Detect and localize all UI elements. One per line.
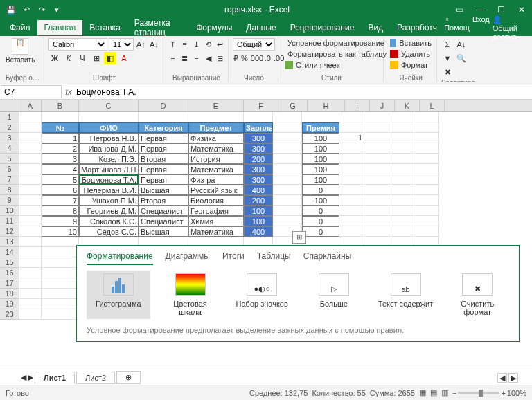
cell[interactable] bbox=[19, 154, 42, 164]
cell[interactable]: История bbox=[188, 154, 244, 164]
row-header[interactable]: 1 bbox=[0, 112, 19, 122]
cell[interactable] bbox=[19, 257, 42, 268]
cell[interactable] bbox=[339, 164, 364, 174]
zoom-level[interactable]: 100% bbox=[507, 389, 526, 397]
view-page-icon[interactable]: ▤ bbox=[430, 388, 437, 397]
col-i[interactable]: I bbox=[345, 100, 370, 111]
cell[interactable]: ФИО bbox=[79, 122, 139, 133]
tab-insert[interactable]: Вставка bbox=[82, 20, 127, 35]
cell[interactable] bbox=[339, 226, 364, 237]
cell[interactable]: 4 bbox=[42, 164, 79, 174]
row-header[interactable]: 14 bbox=[0, 247, 19, 257]
cell[interactable]: Петрова Н.В. bbox=[79, 133, 139, 143]
qa-opt-colorscale[interactable]: Цветовая шкала bbox=[159, 271, 222, 319]
cell[interactable] bbox=[19, 226, 42, 237]
row-header[interactable]: 4 bbox=[0, 143, 19, 154]
cell[interactable]: 1 bbox=[42, 133, 79, 143]
cell[interactable] bbox=[339, 206, 364, 216]
signin[interactable]: Вход bbox=[472, 15, 490, 41]
cell[interactable] bbox=[19, 268, 42, 278]
row-header[interactable]: 11 bbox=[0, 216, 19, 226]
cell[interactable] bbox=[273, 174, 302, 185]
sheet-nav-prev[interactable]: ◀ bbox=[21, 373, 26, 382]
sheet-tab-1[interactable]: Лист1 bbox=[35, 372, 75, 384]
cell[interactable] bbox=[414, 143, 439, 154]
cell[interactable] bbox=[273, 122, 302, 133]
col-a[interactable]: A bbox=[19, 100, 42, 111]
cell[interactable] bbox=[273, 143, 302, 154]
tab-review[interactable]: Рецензирование bbox=[283, 20, 362, 35]
cell[interactable] bbox=[42, 299, 79, 309]
cell[interactable]: Первая bbox=[139, 133, 188, 143]
cell[interactable]: 5 bbox=[42, 174, 79, 185]
borders-icon[interactable]: ⊞ bbox=[90, 52, 103, 64]
align-r-icon[interactable]: ≡ bbox=[191, 52, 202, 64]
cell[interactable] bbox=[364, 216, 389, 226]
cell[interactable] bbox=[364, 174, 389, 185]
cell[interactable] bbox=[389, 216, 414, 226]
cell[interactable] bbox=[19, 216, 42, 226]
cell[interactable]: Соколов К.С. bbox=[79, 216, 139, 226]
cell[interactable]: Зарплата bbox=[244, 122, 273, 133]
cell[interactable] bbox=[19, 133, 42, 143]
row-header[interactable]: 3 bbox=[0, 133, 19, 143]
cell[interactable]: 200 bbox=[244, 195, 273, 206]
cell[interactable] bbox=[302, 112, 339, 122]
cell[interactable] bbox=[364, 195, 389, 206]
col-k[interactable]: K bbox=[395, 100, 420, 111]
share-button[interactable]: 👤 Общий доступ bbox=[493, 15, 526, 41]
col-g[interactable]: G bbox=[278, 100, 308, 111]
col-l[interactable]: L bbox=[420, 100, 445, 111]
clear-icon[interactable]: ✖ bbox=[441, 66, 454, 78]
cell[interactable] bbox=[414, 174, 439, 185]
cell[interactable]: Ушаков П.М. bbox=[79, 195, 139, 206]
cell[interactable]: Высшая bbox=[139, 226, 188, 237]
col-d[interactable]: D bbox=[139, 100, 188, 111]
row-header[interactable]: 13 bbox=[0, 237, 19, 247]
cell[interactable] bbox=[273, 216, 302, 226]
cell[interactable] bbox=[364, 122, 389, 133]
cell[interactable] bbox=[389, 122, 414, 133]
cell[interactable] bbox=[414, 112, 439, 122]
row-header[interactable]: 16 bbox=[0, 268, 19, 278]
qa-tab-totals[interactable]: Итоги bbox=[222, 251, 245, 265]
cell[interactable] bbox=[19, 112, 42, 122]
qa-opt-databars[interactable]: Гистограмма bbox=[87, 271, 150, 319]
row-header[interactable]: 5 bbox=[0, 154, 19, 164]
cell[interactable]: Первая bbox=[139, 174, 188, 185]
save-icon[interactable]: 💾 bbox=[6, 4, 17, 15]
cell[interactable] bbox=[19, 195, 42, 206]
cell[interactable]: 0 bbox=[302, 185, 339, 195]
select-all[interactable] bbox=[0, 100, 19, 111]
sheet-tab-2[interactable]: Лист2 bbox=[76, 372, 115, 384]
cell[interactable]: Химия bbox=[188, 216, 244, 226]
cell[interactable] bbox=[42, 237, 79, 247]
cell[interactable] bbox=[414, 216, 439, 226]
cell[interactable] bbox=[364, 226, 389, 237]
row-header[interactable]: 6 bbox=[0, 164, 19, 174]
cell[interactable]: 400 bbox=[244, 185, 273, 195]
cell-styles-button[interactable]: Стили ячеек bbox=[283, 60, 380, 70]
cell[interactable]: 0 bbox=[302, 206, 339, 216]
col-f[interactable]: F bbox=[244, 100, 278, 111]
row-header[interactable]: 8 bbox=[0, 185, 19, 195]
hscroll-left[interactable]: ◀ bbox=[497, 373, 507, 383]
col-j[interactable]: J bbox=[370, 100, 395, 111]
formula-input[interactable] bbox=[75, 86, 532, 98]
find-icon[interactable]: 🔍 bbox=[455, 52, 468, 64]
cell[interactable]: 100 bbox=[302, 154, 339, 164]
cell[interactable] bbox=[19, 206, 42, 216]
cell[interactable] bbox=[19, 289, 42, 299]
cell[interactable] bbox=[19, 185, 42, 195]
cell[interactable] bbox=[42, 268, 79, 278]
cell[interactable] bbox=[273, 112, 302, 122]
fill-icon[interactable]: ▼ bbox=[441, 52, 454, 64]
fx-icon[interactable]: fx bbox=[62, 87, 75, 97]
cell[interactable]: Математика bbox=[188, 226, 244, 237]
cell[interactable] bbox=[244, 112, 273, 122]
tab-formulas[interactable]: Формулы bbox=[189, 20, 239, 35]
insert-cells-button[interactable]: Вставить bbox=[388, 38, 434, 48]
cell[interactable]: 100 bbox=[244, 206, 273, 216]
currency-icon[interactable]: ₽ bbox=[233, 52, 239, 64]
hscroll-right[interactable]: ▶ bbox=[508, 373, 518, 383]
